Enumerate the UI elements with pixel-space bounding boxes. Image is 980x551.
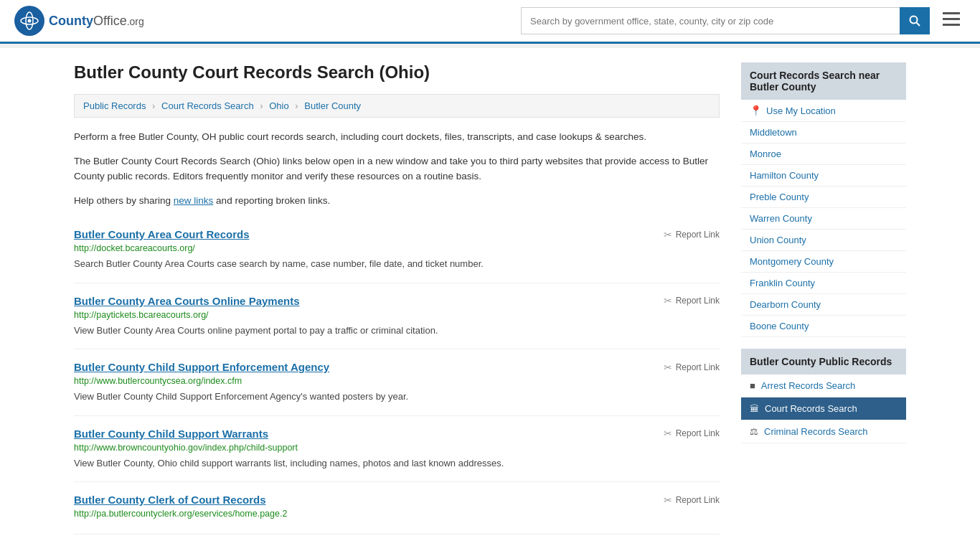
logo[interactable]: CountyOffice.org <box>14 6 144 36</box>
page-title: Butler County Court Records Search (Ohio… <box>74 62 720 83</box>
result-url-1[interactable]: http://paytickets.bcareacourts.org/ <box>74 310 720 320</box>
breadcrumb-sep3: › <box>295 100 298 111</box>
svg-line-5 <box>917 23 920 27</box>
nearby-item-0[interactable]: Middletown <box>741 122 906 143</box>
svg-point-3 <box>28 19 32 23</box>
nearby-section: Court Records Search near Butler County … <box>741 62 906 337</box>
report-link-0[interactable]: ✂ Report Link <box>664 229 720 240</box>
result-header-1: Butler County Area Courts Online Payment… <box>74 295 720 307</box>
result-url-3[interactable]: http://www.browncountyohio.gov/index.php… <box>74 443 720 453</box>
result-item: Butler County Child Support Warrants ✂ R… <box>74 416 720 483</box>
pr-link-0[interactable]: Arrest Records Search <box>761 380 856 391</box>
pr-item-1[interactable]: 🏛 Court Records Search <box>741 397 906 420</box>
nearby-link-4[interactable]: Warren County <box>750 213 812 224</box>
pr-link-2[interactable]: Criminal Records Search <box>764 426 868 437</box>
result-title-3[interactable]: Butler County Child Support Warrants <box>74 428 268 440</box>
result-item: Butler County Area Courts Online Payment… <box>74 283 720 350</box>
breadcrumb-sep1: › <box>152 100 155 111</box>
nearby-item-9[interactable]: Boone County <box>741 316 906 337</box>
description-1: Perform a free Butler County, OH public … <box>74 129 720 145</box>
nearby-link-1[interactable]: Monroe <box>750 149 781 159</box>
breadcrumb-butler-county[interactable]: Butler County <box>304 100 361 111</box>
result-item: Butler County Area Court Records ✂ Repor… <box>74 217 720 283</box>
use-my-location[interactable]: 📍 Use My Location <box>741 100 906 122</box>
report-link-2[interactable]: ✂ Report Link <box>664 362 720 373</box>
logo-text: CountyOffice.org <box>49 14 144 29</box>
result-url-0[interactable]: http://docket.bcareacourts.org/ <box>74 243 720 253</box>
nearby-link-7[interactable]: Franklin County <box>750 278 815 288</box>
logo-icon <box>14 6 44 36</box>
nearby-items-list: MiddletownMonroeHamilton CountyPreble Co… <box>741 122 906 337</box>
public-records-section: Butler County Public Records ■ Arrest Re… <box>741 349 906 443</box>
svg-rect-6 <box>943 12 960 14</box>
new-links[interactable]: new links <box>174 195 214 206</box>
result-title-2[interactable]: Butler County Child Support Enforcement … <box>74 361 329 373</box>
result-item: Butler County Clerk of Court Records ✂ R… <box>74 482 720 534</box>
result-header-0: Butler County Area Court Records ✂ Repor… <box>74 228 720 240</box>
breadcrumb-ohio[interactable]: Ohio <box>269 100 288 111</box>
breadcrumb: Public Records › Court Records Search › … <box>74 94 720 118</box>
pr-icon-0: ■ <box>750 380 755 391</box>
breadcrumb-court-records-search[interactable]: Court Records Search <box>161 100 254 111</box>
menu-button[interactable] <box>937 9 966 33</box>
sidebar: Court Records Search near Butler County … <box>741 62 906 534</box>
pr-item-0[interactable]: ■ Arrest Records Search <box>741 375 906 397</box>
nearby-item-8[interactable]: Dearborn County <box>741 294 906 316</box>
report-icon-3: ✂ <box>664 428 672 439</box>
report-icon-1: ✂ <box>664 295 672 306</box>
result-header-3: Butler County Child Support Warrants ✂ R… <box>74 428 720 440</box>
result-desc-2: View Butler County Child Support Enforce… <box>74 390 720 404</box>
nearby-link-0[interactable]: Middletown <box>750 127 797 138</box>
result-url-2[interactable]: http://www.butlercountycsea.org/index.cf… <box>74 376 720 386</box>
svg-rect-8 <box>943 24 960 26</box>
report-icon-4: ✂ <box>664 494 672 506</box>
result-title-1[interactable]: Butler County Area Courts Online Payment… <box>74 295 300 307</box>
result-title-0[interactable]: Butler County Area Court Records <box>74 228 249 240</box>
nearby-link-3[interactable]: Preble County <box>750 192 809 202</box>
description-2: The Butler County Court Records Search (… <box>74 154 720 184</box>
result-title-4[interactable]: Butler County Clerk of Court Records <box>74 494 266 506</box>
nearby-item-4[interactable]: Warren County <box>741 208 906 230</box>
svg-rect-7 <box>943 18 960 20</box>
result-desc-0: Search Butler County Area Courts case se… <box>74 257 720 271</box>
breadcrumb-sep2: › <box>260 100 263 111</box>
nearby-link-5[interactable]: Union County <box>750 235 806 245</box>
nearby-link-9[interactable]: Boone County <box>750 321 809 331</box>
nearby-item-3[interactable]: Preble County <box>741 187 906 208</box>
result-desc-1: View Butler County Area Courts online pa… <box>74 324 720 338</box>
pr-items-list: ■ Arrest Records Search 🏛 Court Records … <box>741 375 906 443</box>
search-icon <box>909 15 920 27</box>
pr-link-1[interactable]: Court Records Search <box>765 403 857 414</box>
search-button[interactable] <box>900 7 930 34</box>
nearby-item-2[interactable]: Hamilton County <box>741 165 906 187</box>
nearby-item-1[interactable]: Monroe <box>741 143 906 165</box>
report-link-1[interactable]: ✂ Report Link <box>664 295 720 306</box>
result-desc-3: View Butler County, Ohio child support w… <box>74 456 720 471</box>
result-header-2: Butler County Child Support Enforcement … <box>74 361 720 373</box>
pr-icon-1: 🏛 <box>750 403 759 414</box>
report-link-3[interactable]: ✂ Report Link <box>664 428 720 439</box>
main-container: Butler County Court Records Search (Ohio… <box>60 48 920 549</box>
description-3-prefix: Help others by sharing <box>74 195 174 206</box>
result-url-4[interactable]: http://pa.butlercountyclerk.org/eservice… <box>74 509 720 519</box>
breadcrumb-public-records[interactable]: Public Records <box>83 100 146 111</box>
content-area: Butler County Court Records Search (Ohio… <box>74 62 720 534</box>
nearby-item-7[interactable]: Franklin County <box>741 273 906 294</box>
nearby-item-6[interactable]: Montgomery County <box>741 251 906 273</box>
pr-icon-2: ⚖ <box>750 426 758 437</box>
nearby-header: Court Records Search near Butler County <box>741 62 906 100</box>
use-my-location-link[interactable]: Use My Location <box>766 105 836 116</box>
pr-item-2[interactable]: ⚖ Criminal Records Search <box>741 420 906 443</box>
report-icon-0: ✂ <box>664 229 672 240</box>
report-link-4[interactable]: ✂ Report Link <box>664 494 720 506</box>
nearby-item-5[interactable]: Union County <box>741 230 906 251</box>
search-area <box>521 7 966 34</box>
nearby-link-6[interactable]: Montgomery County <box>750 256 834 267</box>
public-records-header: Butler County Public Records <box>741 349 906 375</box>
nearby-link-2[interactable]: Hamilton County <box>750 170 819 181</box>
svg-point-4 <box>910 17 918 24</box>
search-input[interactable] <box>521 7 900 34</box>
description-3-suffix: and reporting broken links. <box>213 195 330 206</box>
header: CountyOffice.org <box>0 0 980 44</box>
nearby-link-8[interactable]: Dearborn County <box>750 299 821 310</box>
